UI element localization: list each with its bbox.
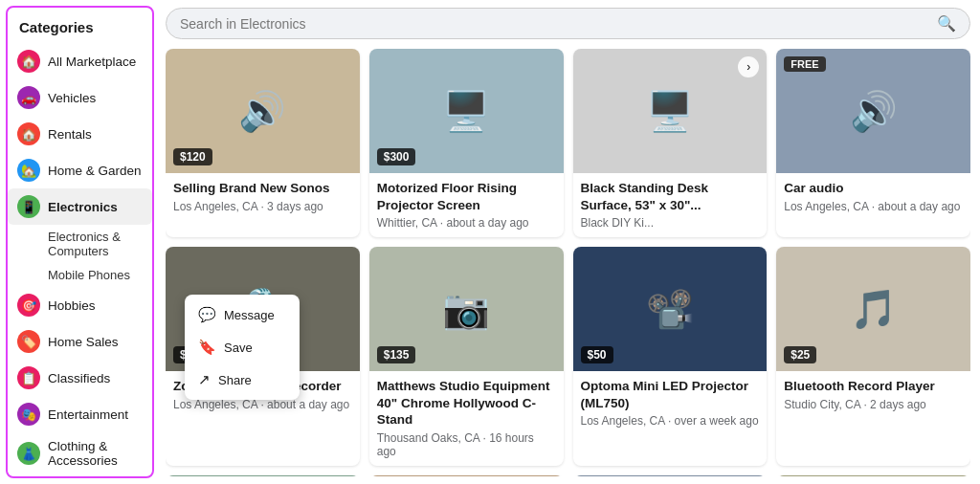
product-card-projector[interactable]: 📽️ $50 Optoma Mini LED Projector (ML750)… [573, 247, 768, 466]
product-card-zoom[interactable]: 🎙️ $140 💬 Message 🔖 Save ↗ Share [166, 247, 360, 466]
sidebar-item-home-garden[interactable]: 🏡 Home & Garden [8, 152, 152, 188]
card-title: Bluetooth Record Player [784, 378, 963, 395]
product-card-projector-screen[interactable]: 🖥️ $300 Motorized Floor Rising Projector… [369, 49, 564, 237]
product-card-r3-4[interactable]: 📦 [776, 475, 970, 476]
sidebar-item-clothing-accessories[interactable]: 👗 Clothing & Accessories [8, 432, 152, 474]
save-icon: 🔖 [198, 339, 216, 356]
share-icon: ↗ [198, 371, 211, 388]
card-image-r3-4: 📦 [776, 475, 970, 476]
clothing-icon: 👗 [17, 442, 40, 465]
electronics-icon: 📱 [17, 195, 40, 218]
context-menu-share[interactable]: ↗ Share [185, 363, 300, 396]
sidebar-item-classifieds[interactable]: 📋 Classifieds [8, 360, 152, 396]
card-image-c-stand: 📷 $135 [369, 247, 564, 371]
card-body: Selling Brand New Sonos Los Angeles, CA … [166, 173, 360, 221]
card-title: Matthews Studio Equipment 40" Chrome Hol… [377, 378, 556, 429]
sidebar-item-entertainment[interactable]: 🎭 Entertainment [8, 396, 152, 432]
card-image-r3-3: 📦 [573, 475, 768, 476]
card-title: Selling Brand New Sonos [173, 180, 352, 197]
card-body: Optoma Mini LED Projector (ML750) Los An… [573, 371, 768, 435]
sidebar-item-electronics[interactable]: 📱 Electronics [8, 188, 152, 225]
card-location: Whittier, CA · about a day ago [377, 216, 556, 230]
product-card-standing-desk[interactable]: 🖥️ › Black Standing Desk Surface, 53" x … [573, 49, 768, 237]
classifieds-icon: 📋 [17, 366, 40, 389]
home-sales-icon: 🏷️ [17, 330, 40, 353]
product-row-1: 🔊 $120 Selling Brand New Sonos Los Angel… [166, 49, 970, 237]
product-row-3: 📦 📦 📦 📦 [166, 475, 970, 476]
card-location: Los Angeles, CA · over a week ago [581, 414, 760, 428]
card-image-car-audio: 🔊 FREE [776, 49, 970, 173]
all-marketplace-icon: 🏠 [17, 50, 40, 73]
card-title: Black Standing Desk Surface, 53" x 30"..… [581, 180, 760, 213]
sidebar-item-label: Entertainment [48, 407, 128, 422]
hobbies-icon: 🎯 [17, 294, 40, 317]
sidebar-item-all-marketplace[interactable]: 🏠 All Marketplace [8, 43, 152, 79]
product-grid: 🔊 $120 Selling Brand New Sonos Los Angel… [166, 49, 970, 476]
sidebar-item-label: Hobbies [48, 298, 96, 313]
price-badge: $120 [173, 148, 212, 165]
context-menu-label: Share [218, 373, 252, 387]
price-badge: $50 [581, 346, 613, 363]
card-title: Optoma Mini LED Projector (ML750) [581, 378, 760, 411]
nav-arrow[interactable]: › [738, 56, 759, 77]
product-card-c-stand[interactable]: 📷 $135 Matthews Studio Equipment 40" Chr… [369, 247, 564, 466]
card-title: Motorized Floor Rising Projector Screen [377, 180, 556, 213]
card-body: Car audio Los Angeles, CA · about a day … [776, 173, 970, 221]
card-location: Los Angeles, CA · 3 days ago [173, 200, 352, 213]
sidebar-item-home-sales[interactable]: 🏷️ Home Sales [8, 323, 152, 360]
card-location: Studio City, CA · 2 days ago [784, 398, 963, 411]
sidebar-item-mobile-phones[interactable]: Mobile Phones [8, 263, 152, 287]
sidebar-item-label: Mobile Phones [48, 268, 130, 282]
product-card-record-player[interactable]: 🎵 $25 Bluetooth Record Player Studio Cit… [776, 247, 970, 466]
card-image-standing-desk: 🖥️ › [573, 49, 768, 173]
card-image-sonos: 🔊 $120 [166, 49, 360, 173]
product-card-r3-1[interactable]: 📦 [166, 475, 360, 476]
sidebar-heading: Categories [8, 17, 152, 43]
sidebar-item-label: Rentals [48, 127, 92, 142]
card-location: Thousand Oaks, CA · 16 hours ago [377, 431, 556, 458]
search-input[interactable] [180, 16, 937, 32]
sidebar-item-label: Electronics & Computers [48, 230, 121, 258]
card-image-record-player: 🎵 $25 [776, 247, 970, 371]
search-button[interactable]: 🔍 [937, 14, 956, 33]
sidebar-item-hobbies[interactable]: 🎯 Hobbies [8, 287, 152, 323]
rentals-icon: 🏠 [17, 122, 40, 145]
card-image-projector-screen: 🖥️ $300 [369, 49, 564, 173]
price-badge: $135 [377, 346, 416, 363]
sidebar-item-label: All Marketplace [48, 55, 136, 69]
product-card-r3-2[interactable]: 📦 [369, 475, 564, 476]
price-badge: $300 [377, 148, 416, 165]
context-menu-label: Save [224, 341, 253, 355]
sidebar-item-label: Classifieds [48, 371, 110, 385]
card-title: Car audio [784, 180, 963, 197]
sidebar-item-rentals[interactable]: 🏠 Rentals [8, 116, 152, 152]
sidebar-item-label: Clothing & Accessories [48, 439, 143, 468]
entertainment-icon: 🎭 [17, 403, 40, 426]
sidebar-item-electronics-computers[interactable]: Electronics & Computers [8, 225, 152, 263]
card-body: Black Standing Desk Surface, 53" x 30"..… [573, 173, 768, 237]
card-body: Matthews Studio Equipment 40" Chrome Hol… [369, 371, 564, 466]
product-card-r3-3[interactable]: 📦 [573, 475, 768, 476]
product-card-car-audio[interactable]: 🔊 FREE Car audio Los Angeles, CA · about… [776, 49, 970, 237]
context-menu-save[interactable]: 🔖 Save [185, 331, 300, 363]
main-content: 🔍 🔊 $120 Selling Brand New Sonos Los Ang… [160, 0, 980, 484]
card-body: Bluetooth Record Player Studio City, CA … [776, 371, 970, 419]
sidebar-item-vehicles[interactable]: 🚗 Vehicles [8, 79, 152, 116]
card-location: Black DIY Ki... [581, 216, 760, 230]
sidebar-item-label: Vehicles [48, 91, 96, 105]
sidebar-item-label: Electronics [48, 200, 118, 214]
home-garden-icon: 🏡 [17, 159, 40, 182]
search-bar: 🔍 [166, 8, 970, 39]
card-body: Motorized Floor Rising Projector Screen … [369, 173, 564, 237]
card-location: Los Angeles, CA · about a day ago [784, 200, 963, 213]
price-badge: $25 [784, 346, 816, 363]
card-image-r3-1: 📦 [166, 475, 360, 476]
card-image-r3-2: 📦 [369, 475, 564, 476]
sidebar-item-family[interactable]: ❤️ Family [8, 474, 152, 478]
message-icon: 💬 [198, 306, 216, 323]
free-badge: FREE [784, 56, 825, 72]
product-card-sonos[interactable]: 🔊 $120 Selling Brand New Sonos Los Angel… [166, 49, 360, 237]
product-row-2: 🎙️ $140 💬 Message 🔖 Save ↗ Share [166, 247, 970, 466]
context-menu-message[interactable]: 💬 Message [185, 298, 300, 331]
card-image-projector: 📽️ $50 [573, 247, 768, 371]
